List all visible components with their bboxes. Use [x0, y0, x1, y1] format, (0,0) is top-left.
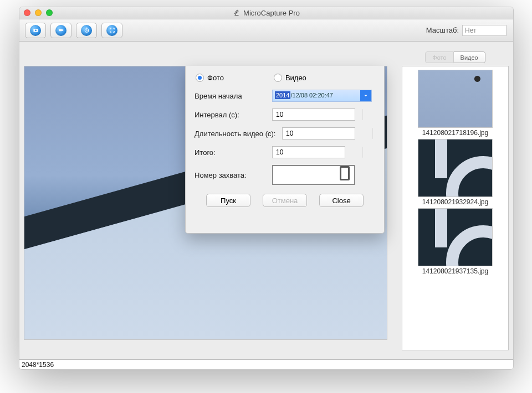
- titlebar: MicroCapture Pro: [19, 7, 513, 19]
- thumbnail-caption: 141208021937135.jpg: [422, 267, 488, 275]
- close-button[interactable]: Close: [319, 194, 364, 207]
- duration-spinner[interactable]: ▲▼: [282, 127, 355, 139]
- thumbnail-caption: 141208021932924.jpg: [422, 198, 488, 206]
- start-time-year: 2014: [275, 91, 290, 99]
- cancel-button[interactable]: Отмена: [263, 194, 307, 207]
- thumbnail-item[interactable]: 141208021718196.jpg: [406, 70, 505, 137]
- capture-counter: [272, 165, 355, 185]
- gallery-tabs: Фото Видео: [425, 51, 485, 63]
- total-input[interactable]: [273, 147, 362, 158]
- interval-input[interactable]: [273, 109, 362, 120]
- timer-button[interactable]: [76, 23, 97, 38]
- gallery-panel: 141208021718196.jpg 141208021932924.jpg …: [402, 66, 509, 350]
- mode-video-radio[interactable]: Видео: [274, 74, 306, 82]
- capture-photo-button[interactable]: [25, 23, 46, 38]
- capture-video-button[interactable]: [50, 23, 71, 38]
- mode-video-label: Видео: [285, 74, 306, 82]
- thumbnail-caption: 141208021718196.jpg: [422, 129, 488, 137]
- window-title: MicroCapture Pro: [243, 9, 300, 17]
- thumbnail-item[interactable]: 141208021932924.jpg: [406, 139, 505, 206]
- tab-photo[interactable]: Фото: [425, 51, 453, 63]
- mode-photo-label: Фото: [207, 74, 224, 82]
- start-time-rest: /12/08 02:20:47: [290, 92, 332, 99]
- svg-point-0: [235, 13, 236, 14]
- interval-spinner[interactable]: ▲▼: [272, 108, 355, 121]
- interval-label: Интервал (с):: [195, 111, 272, 119]
- microscope-icon: [233, 8, 241, 18]
- svg-point-2: [35, 30, 37, 32]
- mode-photo-radio[interactable]: Фото: [196, 74, 224, 82]
- thumbnail-image: [418, 208, 493, 266]
- start-time-picker[interactable]: 2014/12/08 02:20:47: [272, 90, 372, 102]
- status-bar: 2048*1536: [19, 359, 513, 369]
- start-time-label: Время начала: [195, 92, 272, 100]
- tab-video[interactable]: Видео: [454, 51, 485, 63]
- capture-number-label: Номер захвата:: [195, 171, 272, 179]
- scale-input[interactable]: [462, 25, 507, 36]
- radio-icon: [196, 74, 204, 82]
- resolution-text: 2048*1536: [22, 361, 54, 369]
- chevron-down-icon[interactable]: [360, 90, 371, 101]
- thumbnail-item[interactable]: 141208021937135.jpg: [406, 208, 505, 275]
- thumbnail-image: [418, 70, 493, 128]
- toolbar: Масштаб:: [19, 19, 513, 42]
- timelapse-dialog: Фото Видео Время начала 2014/12/08 02:20…: [185, 66, 385, 234]
- fullscreen-button[interactable]: [101, 23, 122, 38]
- svg-rect-3: [59, 29, 62, 32]
- total-spinner[interactable]: ▲▼: [272, 146, 345, 158]
- thumbnail-image: [418, 139, 493, 197]
- thumbnail-list[interactable]: 141208021718196.jpg 141208021932924.jpg …: [402, 66, 508, 350]
- app-window: MicroCapture Pro Масштаб:: [19, 7, 514, 370]
- total-label: Итого:: [195, 148, 272, 157]
- scale-label: Масштаб:: [426, 26, 459, 34]
- start-button[interactable]: Пуск: [206, 194, 250, 207]
- radio-icon: [274, 74, 282, 82]
- duration-input[interactable]: [283, 128, 372, 139]
- duration-label: Длительность видео (с):: [195, 130, 282, 138]
